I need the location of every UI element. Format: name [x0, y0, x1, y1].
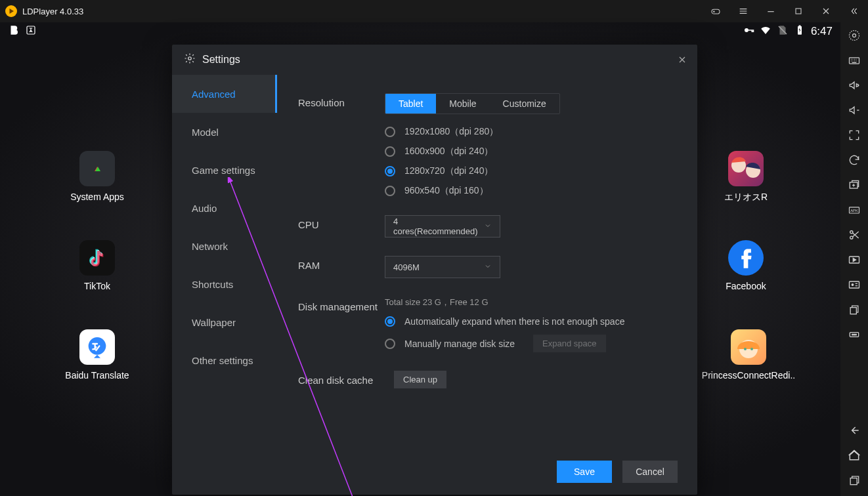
label: PrincessConnectRedi.. [696, 370, 801, 381]
copy-icon[interactable] [845, 303, 863, 316]
sidebar-item-audio[interactable]: Audio [172, 189, 277, 227]
resolution-1280x720[interactable]: 1280x720（dpi 240） [385, 165, 676, 177]
resolution-label: Resolution [298, 93, 385, 197]
desktop-icon-system-apps[interactable]: System Apps [64, 151, 130, 202]
home-icon[interactable] [845, 449, 863, 462]
cut-icon[interactable] [845, 228, 863, 241]
settings-content: Resolution Tablet Mobile Customize 1920x… [277, 75, 697, 449]
resolution-1920x1080[interactable]: 1920x1080（dpi 280） [385, 126, 676, 138]
maximize-icon[interactable] [789, 2, 808, 20]
chevron-down-icon [484, 262, 492, 272]
svg-point-13 [188, 57, 192, 60]
svg-rect-26 [850, 308, 856, 314]
sidebar-label: Advanced [192, 89, 236, 100]
sidebar-item-network[interactable]: Network [172, 227, 277, 265]
resolution-customize[interactable]: Customize [490, 94, 559, 114]
expand-space-button: Expand space [533, 335, 605, 352]
sidebar-item-other-settings[interactable]: Other settings [172, 341, 277, 379]
sync-icon[interactable] [845, 154, 863, 167]
settings-gear-icon[interactable] [845, 29, 863, 42]
svg-point-22 [850, 231, 853, 234]
modal-footer: Save Cancel [172, 449, 697, 495]
radio-label: 960x540（dpi 160） [404, 185, 488, 197]
desktop-icon-princess-connect[interactable]: PrincessConnectRedi.. [696, 329, 801, 381]
settings-sidebar: Advanced Model Game settings Audio Netwo… [172, 75, 277, 449]
sidebar-item-shortcuts[interactable]: Shortcuts [172, 265, 277, 303]
sidebar-item-game-settings[interactable]: Game settings [172, 151, 277, 189]
sidebar-label: Wallpaper [192, 317, 236, 328]
more-icon[interactable] [845, 328, 863, 341]
resolution-tablet[interactable]: Tablet [385, 94, 436, 114]
svg-rect-0 [712, 9, 720, 14]
label: Baidu Translate [64, 370, 130, 381]
sidebar-item-model[interactable]: Model [172, 113, 277, 151]
modal-title: Settings [202, 54, 240, 66]
gear-icon [184, 52, 196, 67]
cpu-select[interactable]: 4 cores(Recommended) [385, 215, 500, 238]
desktop-icon-facebook[interactable]: Facebook [713, 240, 779, 291]
close-icon[interactable] [817, 2, 835, 20]
resolution-1600x900[interactable]: 1600x900（dpi 240） [385, 146, 676, 157]
svg-text:APK: APK [850, 209, 858, 213]
fullscreen-icon[interactable] [845, 129, 863, 142]
radio-label: Automatically expand when there is not e… [404, 316, 624, 327]
apk-icon[interactable]: APK [845, 203, 863, 217]
disk-note: Total size 23 G，Free 12 G [385, 297, 676, 308]
resolution-960x540[interactable]: 960x540（dpi 160） [385, 185, 676, 197]
desktop-icon-tiktok[interactable]: TikTok [64, 240, 130, 291]
svg-point-30 [856, 334, 857, 335]
disk-auto-expand[interactable]: Automatically expand when there is not e… [385, 316, 676, 327]
sidebar-item-wallpaper[interactable]: Wallpaper [172, 303, 277, 341]
gamepad-icon[interactable] [706, 2, 725, 20]
sidebar-label: Network [192, 241, 228, 252]
android-statusbar: 6:47 [0, 22, 840, 41]
app-b-icon [8, 24, 20, 39]
volume-up-icon[interactable] [845, 79, 863, 92]
desktop-icon-baidu-translate[interactable]: Baidu Translate [64, 329, 130, 381]
ram-select[interactable]: 4096M [385, 256, 500, 278]
no-sim-icon [777, 24, 789, 39]
label: TikTok [64, 281, 130, 291]
svg-point-29 [854, 334, 855, 335]
sidebar-label: Model [192, 127, 219, 138]
disk-label: Disk management [298, 297, 385, 352]
resolution-mobile[interactable]: Mobile [436, 94, 489, 114]
sidebar-label: Shortcuts [192, 279, 233, 290]
sidebar-item-advanced[interactable]: Advanced [172, 75, 277, 113]
desktop-icon-elios[interactable]: エリオスR [713, 151, 779, 203]
cancel-button[interactable]: Cancel [622, 461, 678, 483]
app-lang-icon [25, 24, 37, 39]
app-logo [5, 5, 17, 17]
status-time: 6:47 [811, 25, 833, 38]
sidebar-label: Audio [192, 203, 217, 214]
disk-manual[interactable]: Manually manage disk size Expand space [385, 335, 676, 352]
radio-label: 1280x720（dpi 240） [404, 165, 493, 177]
svg-point-6 [89, 337, 106, 355]
back-icon[interactable] [845, 424, 863, 437]
radio-label: 1600x900（dpi 240） [404, 146, 493, 157]
collapse-sidebar-icon[interactable] [844, 2, 863, 20]
sidebar-label: Other settings [192, 355, 253, 366]
menu-icon[interactable] [734, 2, 752, 20]
app-title: LDPlayer 4.0.33 [22, 7, 83, 16]
chevron-down-icon [484, 222, 492, 232]
save-button[interactable]: Save [557, 461, 612, 483]
minimize-icon[interactable] [762, 2, 780, 20]
record-icon[interactable] [845, 253, 863, 266]
label: Facebook [713, 281, 779, 291]
clean-up-button[interactable]: Clean up [394, 371, 446, 388]
modal-close-icon[interactable] [674, 51, 691, 68]
svg-point-16 [853, 34, 856, 37]
select-value: 4096M [393, 262, 420, 272]
svg-point-12 [750, 348, 753, 350]
label: エリオスR [713, 192, 779, 203]
svg-point-25 [852, 284, 854, 286]
keyboard-icon[interactable] [845, 54, 863, 67]
operation-record-icon[interactable] [845, 278, 863, 291]
svg-rect-24 [850, 281, 859, 288]
recents-icon[interactable] [845, 474, 863, 487]
multi-instance-icon[interactable] [845, 178, 863, 192]
wifi-icon [760, 24, 771, 39]
svg-point-15 [850, 31, 859, 41]
volume-down-icon[interactable] [845, 104, 863, 117]
